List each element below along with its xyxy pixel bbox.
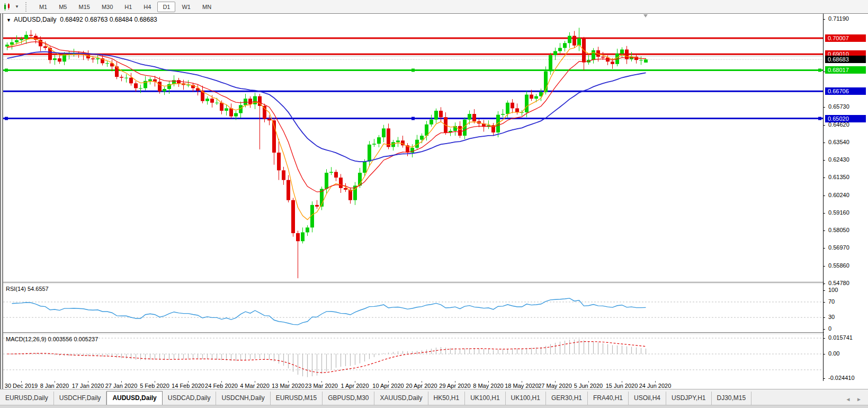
timeframe-button-m30[interactable]: M30 [96,2,118,12]
line-price-label: 0.65020 [825,115,866,122]
chart-tab-bar: EURUSD,DailyUSDCHF,DailyAUDUSD,DailyUSDC… [0,389,868,405]
rsi-tick-label: 70 [828,298,835,305]
date-tick-label: 24 Feb 2020 [205,383,238,389]
rsi-tick-mark [823,317,825,318]
line-price-label: 0.68017 [825,66,866,74]
chart-tab-uk100-h1[interactable]: UK100,H1 [465,392,505,405]
rsi-tick-mark [823,302,825,303]
chart-tab-audusd-daily[interactable]: AUDUSD,Daily [106,391,162,405]
date-tick-label: 30 Dec 2019 [5,383,38,389]
price-tick-mark [823,266,825,267]
macd-pane[interactable]: MACD(12,26,9) 0.003556 0.005237 [3,334,823,381]
macd-label: MACD(12,26,9) 0.003556 0.005237 [6,336,98,342]
price-tick-mark [823,230,825,231]
top-toolbar: ▼ M1M5M15M30H1H4D1W1MN [0,0,868,14]
date-tick-label: 20 Apr 2020 [406,383,437,389]
price-tick-label: 0.60240 [828,192,849,198]
rsi-tick-label: 100 [828,287,838,293]
chart-tab-xauusd-daily[interactable]: XAUUSD,Daily [374,392,428,405]
chart-tab-ger30-h1[interactable]: GER30,H1 [546,392,588,405]
price-tick-mark [823,125,825,126]
date-tick-label: 13 Mar 2020 [272,383,305,389]
chart-tab-gbpusd-m30[interactable]: GBPUSD,M30 [323,392,374,405]
chart-ohlc-values: 0.68492 0.68763 0.68484 0.68683 [60,16,157,23]
price-axis-column[interactable]: 0.711900.679200.657300.646200.635400.624… [824,14,868,381]
price-tick-mark [823,248,825,249]
chart-tab-usoil-h4[interactable]: USOil,H4 [629,392,666,405]
date-tick-label: 8 May 2020 [473,383,503,389]
date-tick-label: 27 Jan 2020 [105,383,138,389]
price-tick-label: 0.58050 [828,227,849,233]
chart-tab-usdjpy-h1[interactable]: USDJPY,H1 [666,392,711,405]
timeframe-button-mn[interactable]: MN [197,2,217,12]
tab-scroll-arrows[interactable]: ◄ ► [845,396,868,402]
line-price-label: 0.66706 [825,87,866,95]
chart-tab-usdcad-daily[interactable]: USDCAD,Daily [163,392,217,405]
date-tick-label: 18 May 2020 [505,383,539,389]
chart-tab-uk100-h1[interactable]: UK100,H1 [506,392,546,405]
rsi-canvas[interactable] [3,284,823,332]
current-price-label: 0.68683 [825,56,866,63]
macd-canvas[interactable] [3,334,823,381]
main-chart-canvas[interactable] [3,14,823,282]
timeframe-button-h1[interactable]: H1 [119,2,137,12]
date-tick-label: 29 Apr 2020 [439,383,470,389]
price-tick-label: 0.65730 [828,103,849,110]
chart-symbol-label: AUDUSD,Daily [14,16,57,23]
toolbar-grip [25,2,29,12]
price-tick-label: 0.54780 [828,280,849,286]
chart-tab-dj30-m15[interactable]: DJ30,M15 [712,392,752,405]
date-tick-label: 23 Mar 2020 [305,383,338,389]
date-tick-label: 24 Jun 2020 [639,383,672,389]
chart-tab-usdchf-daily[interactable]: USDCHF,Daily [54,392,107,405]
date-tick-label: 17 Jan 2020 [72,383,104,389]
rsi-label: RSI(14) 54.6557 [6,286,49,292]
chart-dropdown-icon[interactable]: ▼ [6,17,11,23]
status-strip [0,405,868,408]
timeframe-button-w1[interactable]: W1 [176,2,196,12]
chart-tab-hk50-h1[interactable]: HK50,H1 [428,392,466,405]
macd-tick-mark [823,338,825,339]
line-price-label: 0.70007 [825,34,866,42]
chart-tab-eurusd-m15[interactable]: EURUSD,M15 [271,392,323,405]
rsi-tick-mark [823,329,825,330]
macd-tick-mark [823,354,825,354]
rsi-pane[interactable]: RSI(14) 54.6557 [3,284,823,332]
chart-tab-fra40-h1[interactable]: FRA40,H1 [588,392,629,405]
price-axis-line [823,14,824,381]
macd-tick-label: -0.024410 [828,375,855,381]
chart-title: ▼AUDUSD,Daily 0.68492 0.68763 0.68484 0.… [6,16,157,23]
timeframe-button-h4[interactable]: H4 [138,2,156,12]
chart-arrows-icon[interactable] [3,3,14,11]
price-tick-label: 0.55860 [828,262,849,269]
timeframe-button-m5[interactable]: M5 [53,2,72,12]
price-tick-mark [823,283,825,284]
main-price-pane[interactable] [3,14,823,282]
price-tick-mark [823,178,825,178]
date-axis[interactable]: 30 Dec 2019 8 Jan 2020 17 Jan 2020 27 Ja… [3,381,868,389]
price-tick-mark [823,19,825,20]
chevron-down-icon[interactable]: ▼ [15,4,19,9]
timeframe-button-m15[interactable]: M15 [73,2,95,12]
rsi-tick-label: 30 [828,314,835,320]
date-tick-label: 8 Jan 2020 [40,383,69,389]
price-tick-mark [823,143,825,143]
date-tick-label: 4 Mar 2020 [240,383,270,389]
date-tick-label: 10 Apr 2020 [372,383,404,389]
price-tick-label: 0.62430 [828,156,849,163]
rsi-tick-mark [823,290,825,291]
chart-tab-eurusd-daily[interactable]: EURUSD,Daily [0,392,54,405]
price-tick-mark [823,107,825,108]
price-tick-mark [823,213,825,214]
timeframe-button-d1[interactable]: D1 [157,2,175,12]
price-tick-label: 0.59160 [828,209,849,216]
date-tick-label: 5 Jun 2020 [574,383,603,389]
chart-shift-marker[interactable] [643,14,648,17]
rsi-tick-label: 0 [828,325,831,332]
price-tick-label: 0.71190 [828,15,849,22]
timeframe-button-m1[interactable]: M1 [34,2,52,12]
chart-tab-usdcnh-daily[interactable]: USDCNH,Daily [216,392,270,405]
macd-tick-label: 0.00 [828,350,839,357]
date-tick-label: 27 May 2020 [538,383,572,389]
price-tick-mark [823,196,825,196]
